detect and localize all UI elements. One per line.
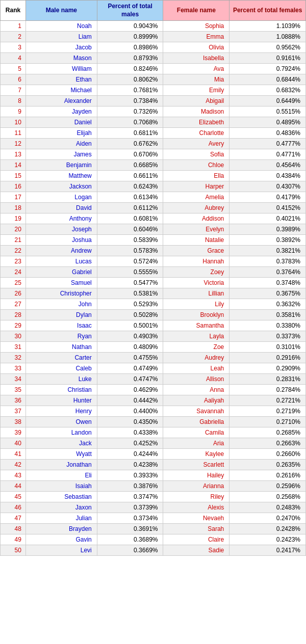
female-pct-cell: 0.2635%	[230, 460, 306, 470]
male-name-cell: Liam	[26, 32, 97, 42]
male-pct-cell: 0.6134%	[97, 192, 163, 203]
female-name-cell: Gabriella	[163, 417, 230, 427]
rank-cell: 25	[1, 278, 26, 288]
female-pct-cell: 0.3989%	[230, 224, 306, 235]
rank-cell: 24	[1, 267, 26, 278]
table-row: 21Joshua0.5839%Natalie0.3892%	[1, 235, 306, 246]
female-pct-cell: 0.2423%	[230, 534, 306, 545]
table-row: 7Michael0.7681%Emily0.6832%	[1, 85, 306, 96]
female-name-cell: Addison	[163, 213, 230, 224]
male-name-cell: Gavin	[26, 534, 97, 545]
table-row: 31Nathan0.4809%Zoe0.3101%	[1, 342, 306, 353]
female-name-cell: Sarah	[163, 524, 230, 534]
male-name-cell: Levi	[26, 545, 97, 556]
table-row: 38Owen0.4350%Gabriella0.2710%	[1, 417, 306, 427]
table-row: 19Anthony0.6081%Addison0.4021%	[1, 213, 306, 224]
female-name-cell: Evelyn	[163, 224, 230, 235]
male-name-cell: Anthony	[26, 213, 97, 224]
female-name-cell: Aubrey	[163, 203, 230, 213]
female-pct-cell: 0.2596%	[230, 481, 306, 492]
male-pct-cell: 0.3747%	[97, 492, 163, 502]
table-row: 47Julian0.3734%Nevaeh0.2470%	[1, 513, 306, 524]
rank-cell: 48	[1, 524, 26, 534]
rank-cell: 34	[1, 374, 26, 385]
female-pct-cell: 0.7924%	[230, 64, 306, 74]
male-pct-cell: 0.6762%	[97, 139, 163, 149]
table-row: 34Luke0.4747%Allison0.2831%	[1, 374, 306, 385]
table-row: 9Jayden0.7326%Madison0.5515%	[1, 106, 306, 117]
male-pct-cell: 0.4400%	[97, 406, 163, 417]
female-name-cell: Mia	[163, 74, 230, 85]
male-pct-cell: 0.4442%	[97, 395, 163, 406]
female-pct-cell: 0.2784%	[230, 385, 306, 395]
female-pct-cell: 0.4307%	[230, 181, 306, 192]
rank-cell: 10	[1, 117, 26, 128]
rank-cell: 43	[1, 470, 26, 481]
male-name-cell: Owen	[26, 417, 97, 427]
rank-cell: 47	[1, 513, 26, 524]
female-name-cell: Zoey	[163, 267, 230, 278]
male-pct-cell: 0.4244%	[97, 449, 163, 460]
female-name-cell: Alexis	[163, 502, 230, 513]
male-pct-cell: 0.6685%	[97, 160, 163, 171]
male-pct-cell: 0.6243%	[97, 181, 163, 192]
male-pct-cell: 0.4238%	[97, 460, 163, 470]
rank-cell: 2	[1, 32, 26, 42]
rank-cell: 12	[1, 139, 26, 149]
male-pct-cell: 0.4903%	[97, 331, 163, 342]
male-name-cell: Isaac	[26, 320, 97, 331]
female-name-cell: Abigail	[163, 96, 230, 106]
female-pct-cell: 0.6832%	[230, 85, 306, 96]
male-pct-cell: 0.4755%	[97, 353, 163, 363]
female-name-cell: Victoria	[163, 278, 230, 288]
male-pct-cell: 0.3876%	[97, 481, 163, 492]
male-name-cell: Benjamin	[26, 160, 97, 171]
table-row: 28Dylan0.5028%Brooklyn0.3581%	[1, 310, 306, 320]
male-pct-header: Percent of total males	[97, 1, 163, 21]
male-name-cell: Elijah	[26, 128, 97, 139]
rank-cell: 21	[1, 235, 26, 246]
male-name-cell: Alexander	[26, 96, 97, 106]
rank-cell: 6	[1, 74, 26, 85]
female-name-cell: Anna	[163, 385, 230, 395]
male-pct-cell: 0.4629%	[97, 385, 163, 395]
male-pct-cell: 0.3691%	[97, 524, 163, 534]
male-pct-cell: 0.8986%	[97, 42, 163, 53]
female-name-cell: Lily	[163, 299, 230, 310]
female-name-cell: Elizabeth	[163, 117, 230, 128]
female-pct-cell: 0.3632%	[230, 299, 306, 310]
male-pct-cell: 0.3669%	[97, 545, 163, 556]
male-pct-cell: 0.9043%	[97, 21, 163, 32]
male-pct-cell: 0.6706%	[97, 149, 163, 160]
male-name-cell: Christopher	[26, 288, 97, 299]
rank-cell: 36	[1, 395, 26, 406]
female-pct-cell: 1.1039%	[230, 21, 306, 32]
table-row: 41Wyatt0.4244%Kaylee0.2660%	[1, 449, 306, 460]
male-name-cell: Luke	[26, 374, 97, 385]
table-body: 1Noah0.9043%Sophia1.1039%2Liam0.8999%Emm…	[1, 21, 306, 556]
female-pct-cell: 0.6844%	[230, 74, 306, 85]
rank-cell: 28	[1, 310, 26, 320]
table-row: 13James0.6706%Sofia0.4771%	[1, 149, 306, 160]
rank-cell: 35	[1, 385, 26, 395]
male-pct-cell: 0.5381%	[97, 288, 163, 299]
rank-cell: 18	[1, 203, 26, 213]
female-pct-cell: 0.4384%	[230, 171, 306, 181]
female-name-cell: Allison	[163, 374, 230, 385]
rank-cell: 26	[1, 288, 26, 299]
male-name-cell: Jayden	[26, 106, 97, 117]
male-name-cell: Jaxon	[26, 502, 97, 513]
female-name-cell: Sadie	[163, 545, 230, 556]
female-pct-cell: 0.2685%	[230, 427, 306, 438]
male-name-cell: Ethan	[26, 74, 97, 85]
table-row: 50Levi0.3669%Sadie0.2417%	[1, 545, 306, 556]
male-pct-cell: 0.5555%	[97, 267, 163, 278]
male-name-cell: Aiden	[26, 139, 97, 149]
table-row: 1Noah0.9043%Sophia1.1039%	[1, 21, 306, 32]
table-row: 24Gabriel0.5555%Zoey0.3764%	[1, 267, 306, 278]
female-pct-cell: 0.4771%	[230, 149, 306, 160]
male-name-cell: Sebastian	[26, 492, 97, 502]
names-table: Rank Male name Percent of total males Fe…	[0, 0, 306, 556]
male-name-cell: Jacob	[26, 42, 97, 53]
table-row: 5William0.8246%Ava0.7924%	[1, 64, 306, 74]
